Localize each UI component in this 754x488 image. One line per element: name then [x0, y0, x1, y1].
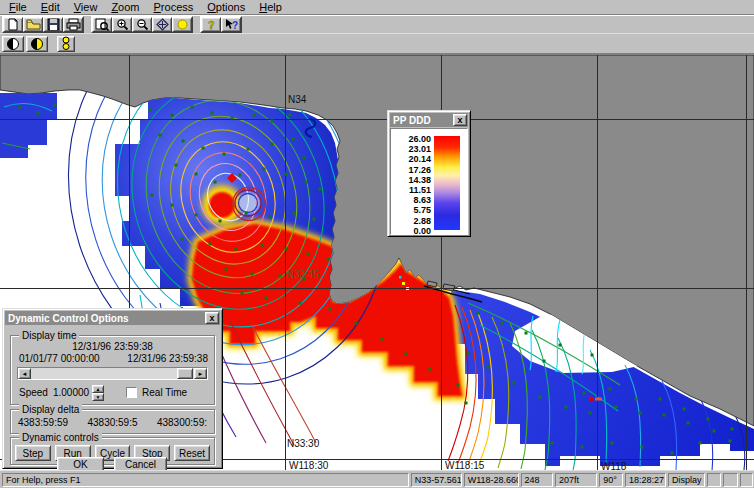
status-heading: 248 — [521, 473, 553, 487]
printer-icon — [66, 18, 81, 31]
dialog-close-button[interactable]: x — [205, 312, 219, 324]
menu-item-zoom[interactable]: Zoom — [104, 1, 146, 13]
contrast-button[interactable] — [2, 36, 24, 52]
data-point-button[interactable] — [172, 17, 192, 32]
save-floppy-icon — [47, 18, 60, 31]
yellow-dot-icon — [176, 18, 189, 31]
legend-title: PP DDD — [393, 115, 431, 126]
menu-item-view[interactable]: View — [67, 1, 105, 13]
menu-item-file[interactable]: File — [2, 1, 34, 13]
status-time: 18:28:27 — [625, 473, 666, 487]
status-empty-1 — [707, 473, 721, 487]
spinner-down-arrow[interactable]: ▼ — [92, 393, 104, 401]
toolbar-display — [0, 34, 754, 54]
legend-value: 20.14 — [395, 154, 431, 164]
status-bar: For Help, press F1 N33-57.561 W118-28.66… — [0, 470, 754, 488]
legend-body: 26.00 23.01 20.14 17.26 14.38 11.51 8.63… — [390, 128, 468, 235]
legend-value: 8.63 — [395, 195, 431, 205]
status-depth: 207ft — [555, 473, 597, 487]
menu-item-help[interactable]: Help — [252, 1, 289, 13]
context-help-button[interactable]: ? — [221, 17, 241, 32]
scrollbar-thumb[interactable] — [177, 368, 193, 379]
svg-text:?: ? — [232, 20, 238, 31]
legend-value: 0.00 — [395, 226, 431, 236]
real-time-label: Real Time — [142, 387, 187, 398]
status-empty-2 — [723, 473, 738, 487]
menu-item-process[interactable]: Process — [147, 1, 201, 13]
legend-colorbar — [434, 136, 460, 230]
label-n33-45: N33:45 — [287, 269, 320, 280]
toolbar-main: ? ? — [0, 15, 754, 34]
new-document-button[interactable] — [3, 17, 23, 32]
print-button[interactable] — [63, 17, 83, 32]
svg-text:?: ? — [208, 19, 215, 31]
legend-value: 5.75 — [395, 205, 431, 215]
legend-close-button[interactable]: x — [453, 114, 467, 126]
dynamic-controls-label: Dynamic controls — [19, 432, 102, 443]
menu-bar: File Edit View Zoom Process Options Help — [0, 0, 754, 15]
real-time-checkbox[interactable] — [126, 387, 137, 398]
scrollbar-left-arrow[interactable]: ◄ — [18, 368, 31, 379]
range-start-value: 01/01/77 00:00:00 — [19, 353, 100, 364]
contrast-yellow-button[interactable] — [26, 36, 48, 52]
legend-window: PP DDD x 26.00 23.01 20.14 17.26 14.38 1… — [387, 110, 471, 237]
zoom-window-button[interactable] — [92, 17, 112, 32]
speed-spinner[interactable]: ▲ ▼ — [92, 385, 104, 399]
contrast-black-white-icon — [6, 37, 20, 51]
display-delta-label: Display delta — [19, 404, 82, 415]
range-end-value: 12/31/96 23:59:38 — [127, 353, 208, 364]
new-document-icon — [6, 18, 20, 31]
pan-button[interactable] — [152, 17, 172, 32]
status-latitude: N33-57.561 — [411, 473, 462, 487]
dynamic-control-dialog: Dynamic Control Options x Display time 1… — [2, 308, 223, 469]
scrollbar-right-arrow[interactable]: ► — [194, 368, 207, 379]
display-time-label: Display time — [19, 330, 79, 341]
help-icon: ? — [205, 18, 217, 31]
spinner-up-arrow[interactable]: ▲ — [92, 385, 104, 393]
pan-diamond-icon — [156, 18, 169, 31]
time-scrollbar[interactable]: ◄ ► — [17, 367, 208, 380]
status-mode: Display — [668, 473, 705, 487]
legend-value: 26.00 — [395, 134, 431, 144]
red-dot-marker — [589, 397, 594, 402]
zoom-in-icon — [116, 18, 129, 31]
status-longitude: W118-28.660 — [464, 473, 519, 487]
delta-value-3: 438300:59: — [157, 417, 207, 428]
menu-item-edit[interactable]: Edit — [34, 1, 67, 13]
status-help-text: For Help, press F1 — [2, 473, 409, 487]
delta-value-1: 4383:59:59 — [18, 417, 68, 428]
dialog-titlebar[interactable]: Dynamic Control Options x — [5, 311, 220, 325]
label-n34: N34 — [288, 94, 307, 105]
legend-values: 26.00 23.01 20.14 17.26 14.38 11.51 8.63… — [395, 134, 431, 236]
save-button[interactable] — [43, 17, 63, 32]
legend-value: 2.88 — [395, 216, 431, 226]
speed-value[interactable]: 1.00000 — [53, 387, 89, 398]
help-button[interactable]: ? — [201, 17, 221, 32]
status-empty-3 — [740, 473, 753, 487]
display-time-group: Display time 12/31/96 23:59:38 01/01/77 … — [10, 335, 215, 405]
zoom-in-button[interactable] — [112, 17, 132, 32]
open-file-button[interactable] — [23, 17, 43, 32]
speed-label: Speed — [19, 387, 48, 398]
zoom-out-icon — [136, 18, 149, 31]
legend-value: 11.51 — [395, 185, 431, 195]
legend-titlebar[interactable]: PP DDD x — [390, 113, 468, 127]
status-angle: 90° — [599, 473, 623, 487]
legend-value: 23.01 — [395, 144, 431, 154]
display-delta-group: Display delta 4383:59:59 43830:59:5 4383… — [10, 409, 215, 434]
legend-value: 14.38 — [395, 175, 431, 185]
menu-item-options[interactable]: Options — [200, 1, 252, 13]
label-n33-30: N33:30 — [287, 438, 320, 449]
zoom-out-button[interactable] — [132, 17, 152, 32]
current-time-value: 12/31/96 23:59:38 — [11, 341, 214, 352]
legend-value: 17.26 — [395, 165, 431, 175]
delta-value-2: 43830:59:5 — [87, 417, 137, 428]
contrast-black-yellow-icon — [30, 37, 44, 51]
open-folder-icon — [26, 18, 41, 31]
dialog-title: Dynamic Control Options — [8, 313, 129, 324]
stations-button[interactable] — [57, 36, 75, 52]
stations-icon — [61, 36, 71, 51]
context-help-icon: ? — [224, 18, 239, 31]
application-window: File Edit View Zoom Process Options Help — [0, 0, 754, 488]
zoom-window-icon — [95, 18, 109, 31]
